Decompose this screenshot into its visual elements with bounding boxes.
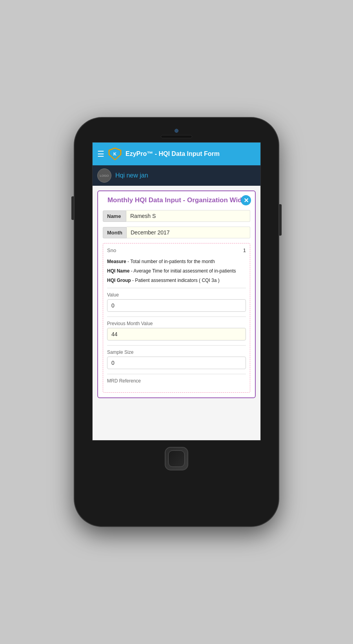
speaker bbox=[161, 135, 192, 138]
mrd-ref-group: MRD Reference bbox=[107, 378, 246, 384]
org-header: LOGO Hqi new jan bbox=[93, 165, 260, 186]
close-button[interactable]: ✕ bbox=[241, 195, 251, 205]
sample-size-input[interactable] bbox=[107, 357, 246, 369]
divider-1 bbox=[107, 288, 246, 288]
prev-month-label: Previous Month Value bbox=[107, 321, 246, 326]
org-name: Hqi new jan bbox=[115, 172, 148, 179]
sample-size-label: Sample Size bbox=[107, 349, 246, 355]
data-section: Sno 1 Measure - Total number of in-patie… bbox=[103, 243, 250, 393]
phone-frame: ☰ K EzyPro™ - HQI Data Input Form LOGO bbox=[75, 118, 278, 526]
home-button-inner bbox=[168, 450, 185, 467]
value-input[interactable] bbox=[107, 299, 246, 312]
divider-4 bbox=[107, 374, 246, 374]
month-label: Month bbox=[103, 227, 127, 238]
prev-month-input[interactable] bbox=[107, 328, 246, 340]
home-button[interactable] bbox=[165, 447, 188, 470]
logo-icon: K bbox=[107, 146, 122, 161]
phone-top bbox=[75, 118, 278, 142]
hqi-name-text: HQI Name - Average Time for initial asse… bbox=[107, 267, 246, 274]
name-value: Ramesh S bbox=[126, 210, 250, 222]
divider-2 bbox=[107, 317, 246, 317]
divider-3 bbox=[107, 345, 246, 346]
screen: ☰ K EzyPro™ - HQI Data Input Form LOGO bbox=[92, 142, 261, 441]
value-label: Value bbox=[107, 292, 246, 298]
camera bbox=[175, 129, 178, 133]
sno-row: Sno 1 bbox=[107, 247, 246, 253]
mrd-ref-label: MRD Reference bbox=[107, 378, 246, 384]
sample-size-group: Sample Size bbox=[107, 349, 246, 369]
value-group: Value bbox=[107, 292, 246, 312]
org-logo: LOGO bbox=[97, 168, 111, 183]
measure-text: Measure - Total number of in-patients fo… bbox=[107, 258, 246, 265]
app-header: ☰ K EzyPro™ - HQI Data Input Form bbox=[93, 143, 260, 165]
form-title: Monthly HQI Data Input - Organization Wi… bbox=[103, 196, 250, 205]
name-field-row: Name Ramesh S bbox=[103, 210, 250, 222]
hqi-group-text: HQI Group - Patient assessment indicator… bbox=[107, 277, 246, 284]
month-field-row: Month December 2017 bbox=[103, 227, 250, 238]
name-label: Name bbox=[103, 210, 126, 222]
hamburger-icon[interactable]: ☰ bbox=[97, 149, 104, 159]
svg-text:K: K bbox=[113, 152, 116, 156]
sno-label: Sno bbox=[107, 247, 116, 253]
phone-bottom bbox=[75, 441, 278, 470]
app-title: EzyPro™ - HQI Data Input Form bbox=[126, 150, 256, 157]
month-value: December 2017 bbox=[127, 227, 250, 238]
form-card: Monthly HQI Data Input - Organization Wi… bbox=[97, 190, 256, 398]
prev-month-group: Previous Month Value bbox=[107, 321, 246, 340]
form-area: Monthly HQI Data Input - Organization Wi… bbox=[93, 186, 260, 440]
sno-value: 1 bbox=[243, 247, 246, 253]
